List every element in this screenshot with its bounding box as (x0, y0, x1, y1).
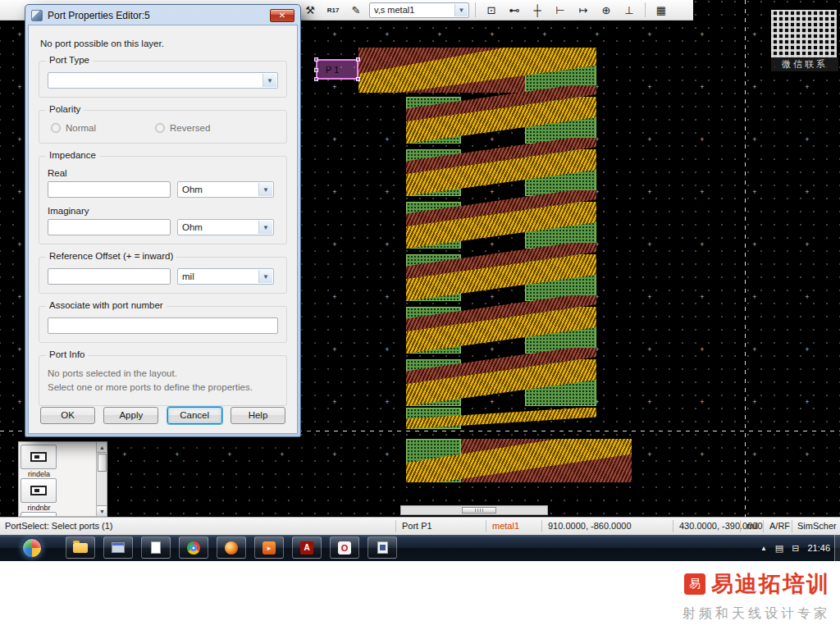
polarity-label: Polarity (46, 104, 84, 114)
chevron-down-icon[interactable]: ▼ (258, 221, 272, 234)
scrollbar-grip-icon (475, 509, 483, 512)
offset-port-tool-icon[interactable]: ↦ (573, 2, 593, 19)
show-desktop-button[interactable] (834, 535, 840, 561)
center-port-tool-icon[interactable]: ┼ (527, 2, 547, 19)
selection-handle[interactable] (356, 57, 360, 62)
layout-trace-top[interactable] (358, 48, 596, 93)
palette-tile[interactable] (21, 445, 57, 469)
folder-icon (73, 543, 88, 553)
brand-watermark: 易 易迪拓培训 射频和天线设计专家 (682, 569, 830, 623)
associate-label: Associate with port number (46, 300, 167, 310)
impedance-imaginary-unit-dropdown[interactable]: Ohm ▼ (177, 219, 274, 235)
taskbar-clock[interactable]: 21:46 (807, 543, 830, 553)
toolbar-separator (475, 2, 476, 17)
polarity-reversed-label: Reversed (170, 123, 210, 133)
close-button[interactable]: ✕ (270, 9, 294, 22)
via-port-tool-icon[interactable]: ⊕ (596, 2, 616, 19)
chevron-down-icon[interactable]: ▼ (258, 270, 272, 283)
dialog-app-icon (31, 10, 43, 21)
impedance-real-unit-dropdown[interactable]: Ohm ▼ (177, 181, 274, 198)
pencil-tool-icon[interactable]: ✎ (346, 2, 366, 19)
horizontal-scrollbar[interactable] (400, 505, 548, 515)
palette-item-rindnbr[interactable]: rindnbr (21, 478, 57, 512)
tray-network-icon[interactable]: ⊟ (792, 543, 799, 554)
dialog-titlebar[interactable]: Port Properties Editor:5 ✕ (28, 7, 298, 25)
ground-port-tool-icon[interactable]: ⊢ (550, 2, 570, 19)
palette-scrollbar[interactable]: ▲ ▼ (96, 442, 107, 516)
scroll-down-icon[interactable]: ▼ (97, 505, 107, 516)
selection-handle[interactable] (314, 68, 318, 72)
reference-offset-unit-dropdown[interactable]: mil ▼ (177, 268, 274, 285)
layout-trace-row[interactable] (406, 149, 596, 196)
polarity-normal-radio[interactable]: Normal (51, 123, 96, 133)
dialog-message: No port possible on this layer. (40, 39, 289, 48)
qr-caption: 微信联系 (771, 57, 838, 71)
taskbar-app-chrome[interactable] (179, 536, 208, 559)
layout-trace-bottom[interactable] (406, 439, 632, 482)
layout-trace-row-partial[interactable] (406, 408, 596, 429)
selection-handle[interactable] (314, 77, 318, 81)
associate-port-number-input[interactable] (48, 317, 278, 334)
palette-item-label: rindnbr (21, 504, 57, 512)
status-bar: PortSelect: Select ports (1) Port P1 met… (0, 517, 840, 535)
reference-offset-label: Reference Offset (+ = inward) (46, 251, 176, 261)
apply-button[interactable]: Apply (103, 407, 158, 424)
layout-trace-row[interactable] (406, 254, 596, 301)
bottom-strip: 易 易迪拓培训 射频和天线设计专家 (0, 561, 840, 630)
selection-handle[interactable] (356, 77, 360, 81)
status-separator (486, 520, 486, 532)
polarity-normal-label: Normal (66, 123, 96, 133)
reference-offset-input[interactable] (48, 268, 171, 285)
status-layer: metal1 (492, 521, 519, 531)
radio-icon[interactable] (51, 123, 61, 133)
impedance-imaginary-label: Imaginary (48, 206, 278, 216)
select-port-tool-icon[interactable]: ⊡ (482, 2, 501, 19)
cancel-button[interactable]: Cancel (167, 407, 222, 424)
help-button[interactable]: Help (231, 407, 285, 424)
chevron-down-icon[interactable]: ▼ (258, 183, 272, 196)
start-button[interactable] (21, 537, 43, 559)
ok-button[interactable]: OK (40, 407, 95, 424)
palette-item-rindela[interactable]: rindela (21, 445, 57, 478)
impedance-imaginary-input[interactable] (48, 219, 171, 235)
taskbar-app-media-player[interactable]: ▸ (254, 536, 284, 559)
taskbar-app-explorer[interactable] (66, 536, 95, 559)
layer-select-dropdown[interactable]: v,s metal1 ▼ (369, 2, 469, 18)
taskbar-app-adobe-reader[interactable]: A (292, 536, 322, 559)
chevron-down-icon[interactable]: ▼ (454, 4, 468, 16)
chevron-down-icon[interactable]: ▼ (262, 74, 276, 87)
layer-select-value: v,s metal1 (374, 5, 414, 15)
probe-port-tool-icon[interactable]: ⊥ (619, 2, 639, 19)
radio-icon[interactable] (155, 123, 165, 133)
impedance-real-input[interactable] (48, 181, 171, 198)
selection-handle[interactable] (314, 57, 318, 62)
scrollbar-thumb[interactable] (98, 454, 107, 472)
taskbar-app-editor[interactable] (368, 536, 397, 559)
status-rf-mode: A/RF (769, 521, 790, 531)
brand-logo-icon: 易 (684, 573, 705, 595)
taskbar-app-firefox[interactable] (217, 536, 246, 559)
edge-port-tool-icon[interactable]: ⊷ (504, 2, 524, 19)
port-p1-marker[interactable]: P 1 (316, 59, 358, 80)
chrome-icon (187, 541, 200, 555)
grid-tool-icon[interactable]: ▦ (651, 2, 671, 19)
status-separator (792, 520, 792, 532)
layout-trace-row[interactable] (406, 97, 596, 144)
polarity-reversed-radio[interactable]: Reversed (155, 123, 210, 133)
layout-trace-row[interactable] (406, 359, 596, 406)
hammer-tool-icon[interactable]: ⚒ (300, 2, 320, 19)
port-type-dropdown[interactable]: ▼ (48, 72, 278, 89)
layout-trace-row[interactable] (406, 307, 596, 354)
tray-app-icon[interactable]: ▤ (775, 543, 783, 554)
scrollbar-thumb[interactable] (462, 507, 496, 514)
palette-tile[interactable] (21, 478, 57, 503)
impedance-label: Impedance (46, 150, 99, 160)
layout-trace-row[interactable] (406, 202, 596, 249)
r17-component-icon[interactable]: R17 (323, 2, 343, 19)
element-palette: rindela rindnbr rindwbr rindelm ▲ ▼ (18, 441, 107, 517)
taskbar-app-opera[interactable]: O (330, 536, 359, 559)
taskbar-app-window[interactable] (103, 536, 133, 559)
taskbar-app-notepad[interactable] (141, 536, 171, 559)
tray-expand-icon[interactable]: ▲ (760, 545, 767, 552)
scroll-up-icon[interactable]: ▲ (97, 442, 107, 453)
